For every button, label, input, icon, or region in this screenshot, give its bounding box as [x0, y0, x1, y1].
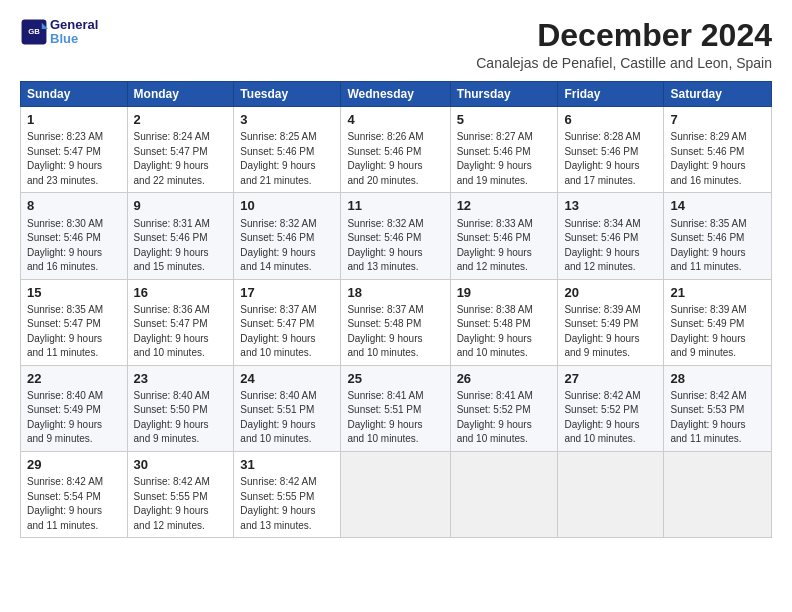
day-number: 23: [134, 370, 228, 388]
week-row-2: 15Sunrise: 8:35 AM Sunset: 5:47 PM Dayli…: [21, 279, 772, 365]
day-info: Sunrise: 8:42 AM Sunset: 5:52 PM Dayligh…: [564, 389, 657, 447]
day-info: Sunrise: 8:38 AM Sunset: 5:48 PM Dayligh…: [457, 303, 552, 361]
day-number: 17: [240, 284, 334, 302]
day-info: Sunrise: 8:35 AM Sunset: 5:46 PM Dayligh…: [670, 217, 765, 275]
day-number: 11: [347, 197, 443, 215]
day-number: 27: [564, 370, 657, 388]
day-info: Sunrise: 8:27 AM Sunset: 5:46 PM Dayligh…: [457, 130, 552, 188]
day-number: 1: [27, 111, 121, 129]
day-cell: 4Sunrise: 8:26 AM Sunset: 5:46 PM Daylig…: [341, 107, 450, 193]
month-title: December 2024: [476, 18, 772, 53]
day-info: Sunrise: 8:30 AM Sunset: 5:46 PM Dayligh…: [27, 217, 121, 275]
day-cell: 29Sunrise: 8:42 AM Sunset: 5:54 PM Dayli…: [21, 451, 128, 537]
day-cell: [558, 451, 664, 537]
day-info: Sunrise: 8:39 AM Sunset: 5:49 PM Dayligh…: [670, 303, 765, 361]
day-info: Sunrise: 8:26 AM Sunset: 5:46 PM Dayligh…: [347, 130, 443, 188]
day-number: 26: [457, 370, 552, 388]
day-number: 4: [347, 111, 443, 129]
day-cell: 17Sunrise: 8:37 AM Sunset: 5:47 PM Dayli…: [234, 279, 341, 365]
day-info: Sunrise: 8:40 AM Sunset: 5:51 PM Dayligh…: [240, 389, 334, 447]
day-number: 31: [240, 456, 334, 474]
title-block: December 2024 Canalejas de Penafiel, Cas…: [476, 18, 772, 71]
page: GB General Blue December 2024 Canalejas …: [0, 0, 792, 612]
day-info: Sunrise: 8:37 AM Sunset: 5:48 PM Dayligh…: [347, 303, 443, 361]
day-info: Sunrise: 8:33 AM Sunset: 5:46 PM Dayligh…: [457, 217, 552, 275]
day-info: Sunrise: 8:32 AM Sunset: 5:46 PM Dayligh…: [347, 217, 443, 275]
day-number: 18: [347, 284, 443, 302]
day-cell: 2Sunrise: 8:24 AM Sunset: 5:47 PM Daylig…: [127, 107, 234, 193]
logo-text: General Blue: [50, 18, 98, 47]
day-info: Sunrise: 8:34 AM Sunset: 5:46 PM Dayligh…: [564, 217, 657, 275]
col-friday: Friday: [558, 82, 664, 107]
day-cell: 10Sunrise: 8:32 AM Sunset: 5:46 PM Dayli…: [234, 193, 341, 279]
day-info: Sunrise: 8:36 AM Sunset: 5:47 PM Dayligh…: [134, 303, 228, 361]
day-cell: 15Sunrise: 8:35 AM Sunset: 5:47 PM Dayli…: [21, 279, 128, 365]
day-cell: 26Sunrise: 8:41 AM Sunset: 5:52 PM Dayli…: [450, 365, 558, 451]
day-info: Sunrise: 8:29 AM Sunset: 5:46 PM Dayligh…: [670, 130, 765, 188]
day-info: Sunrise: 8:32 AM Sunset: 5:46 PM Dayligh…: [240, 217, 334, 275]
logo-icon: GB: [20, 18, 48, 46]
day-cell: 22Sunrise: 8:40 AM Sunset: 5:49 PM Dayli…: [21, 365, 128, 451]
day-cell: [450, 451, 558, 537]
col-tuesday: Tuesday: [234, 82, 341, 107]
day-info: Sunrise: 8:39 AM Sunset: 5:49 PM Dayligh…: [564, 303, 657, 361]
day-cell: 3Sunrise: 8:25 AM Sunset: 5:46 PM Daylig…: [234, 107, 341, 193]
day-cell: 21Sunrise: 8:39 AM Sunset: 5:49 PM Dayli…: [664, 279, 772, 365]
day-info: Sunrise: 8:42 AM Sunset: 5:54 PM Dayligh…: [27, 475, 121, 533]
logo-line2: Blue: [50, 31, 78, 46]
day-info: Sunrise: 8:25 AM Sunset: 5:46 PM Dayligh…: [240, 130, 334, 188]
day-cell: 1Sunrise: 8:23 AM Sunset: 5:47 PM Daylig…: [21, 107, 128, 193]
day-number: 13: [564, 197, 657, 215]
day-cell: 19Sunrise: 8:38 AM Sunset: 5:48 PM Dayli…: [450, 279, 558, 365]
day-number: 29: [27, 456, 121, 474]
day-info: Sunrise: 8:41 AM Sunset: 5:52 PM Dayligh…: [457, 389, 552, 447]
day-info: Sunrise: 8:35 AM Sunset: 5:47 PM Dayligh…: [27, 303, 121, 361]
day-cell: [341, 451, 450, 537]
day-cell: 18Sunrise: 8:37 AM Sunset: 5:48 PM Dayli…: [341, 279, 450, 365]
col-monday: Monday: [127, 82, 234, 107]
day-number: 25: [347, 370, 443, 388]
week-row-3: 22Sunrise: 8:40 AM Sunset: 5:49 PM Dayli…: [21, 365, 772, 451]
day-cell: 16Sunrise: 8:36 AM Sunset: 5:47 PM Dayli…: [127, 279, 234, 365]
day-number: 15: [27, 284, 121, 302]
logo: GB General Blue: [20, 18, 98, 47]
location-title: Canalejas de Penafiel, Castille and Leon…: [476, 55, 772, 71]
day-cell: 5Sunrise: 8:27 AM Sunset: 5:46 PM Daylig…: [450, 107, 558, 193]
day-cell: 27Sunrise: 8:42 AM Sunset: 5:52 PM Dayli…: [558, 365, 664, 451]
day-info: Sunrise: 8:42 AM Sunset: 5:55 PM Dayligh…: [134, 475, 228, 533]
day-cell: 24Sunrise: 8:40 AM Sunset: 5:51 PM Dayli…: [234, 365, 341, 451]
day-cell: 12Sunrise: 8:33 AM Sunset: 5:46 PM Dayli…: [450, 193, 558, 279]
day-number: 10: [240, 197, 334, 215]
day-cell: 30Sunrise: 8:42 AM Sunset: 5:55 PM Dayli…: [127, 451, 234, 537]
day-number: 28: [670, 370, 765, 388]
day-cell: 6Sunrise: 8:28 AM Sunset: 5:46 PM Daylig…: [558, 107, 664, 193]
day-cell: 25Sunrise: 8:41 AM Sunset: 5:51 PM Dayli…: [341, 365, 450, 451]
day-info: Sunrise: 8:41 AM Sunset: 5:51 PM Dayligh…: [347, 389, 443, 447]
day-number: 19: [457, 284, 552, 302]
day-number: 22: [27, 370, 121, 388]
col-wednesday: Wednesday: [341, 82, 450, 107]
day-info: Sunrise: 8:42 AM Sunset: 5:55 PM Dayligh…: [240, 475, 334, 533]
day-number: 5: [457, 111, 552, 129]
day-number: 21: [670, 284, 765, 302]
header: GB General Blue December 2024 Canalejas …: [20, 18, 772, 71]
day-info: Sunrise: 8:28 AM Sunset: 5:46 PM Dayligh…: [564, 130, 657, 188]
day-info: Sunrise: 8:40 AM Sunset: 5:49 PM Dayligh…: [27, 389, 121, 447]
week-row-0: 1Sunrise: 8:23 AM Sunset: 5:47 PM Daylig…: [21, 107, 772, 193]
col-sunday: Sunday: [21, 82, 128, 107]
day-number: 3: [240, 111, 334, 129]
day-number: 2: [134, 111, 228, 129]
day-cell: 8Sunrise: 8:30 AM Sunset: 5:46 PM Daylig…: [21, 193, 128, 279]
day-info: Sunrise: 8:23 AM Sunset: 5:47 PM Dayligh…: [27, 130, 121, 188]
day-info: Sunrise: 8:40 AM Sunset: 5:50 PM Dayligh…: [134, 389, 228, 447]
col-thursday: Thursday: [450, 82, 558, 107]
day-number: 14: [670, 197, 765, 215]
svg-text:GB: GB: [28, 27, 40, 36]
day-info: Sunrise: 8:24 AM Sunset: 5:47 PM Dayligh…: [134, 130, 228, 188]
col-saturday: Saturday: [664, 82, 772, 107]
day-number: 12: [457, 197, 552, 215]
day-number: 16: [134, 284, 228, 302]
day-info: Sunrise: 8:37 AM Sunset: 5:47 PM Dayligh…: [240, 303, 334, 361]
header-row: Sunday Monday Tuesday Wednesday Thursday…: [21, 82, 772, 107]
day-info: Sunrise: 8:42 AM Sunset: 5:53 PM Dayligh…: [670, 389, 765, 447]
